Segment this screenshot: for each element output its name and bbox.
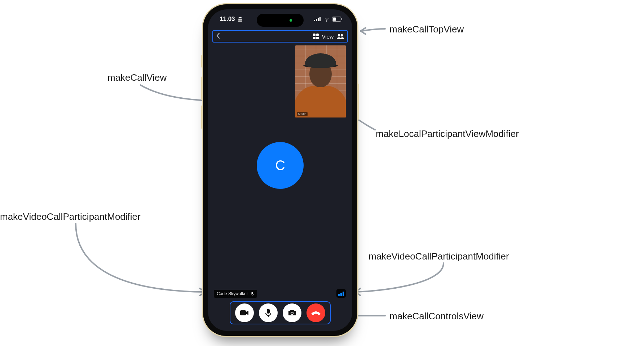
svg-rect-5 [333, 18, 336, 21]
svg-rect-8 [316, 34, 319, 36]
svg-rect-14 [252, 295, 252, 296]
phone-side-button [201, 105, 203, 129]
participant-name: Cade Skywalker [217, 291, 248, 296]
status-time: 11.03 [220, 15, 235, 23]
back-chevron-icon[interactable] [216, 32, 220, 41]
label-makeVideoCallParticipantModifier-left: makeVideoCallParticipantModifier [0, 211, 141, 222]
svg-rect-3 [319, 17, 321, 21]
phone-frame: 11.03 View [203, 4, 357, 336]
toggle-mic-button[interactable] [259, 303, 278, 322]
svg-rect-9 [313, 37, 316, 39]
svg-rect-17 [268, 315, 269, 317]
remote-participant-avatar: C [257, 142, 304, 189]
avatar-initial: C [275, 158, 285, 173]
mic-icon [250, 292, 254, 296]
connection-quality-indicator [336, 289, 346, 298]
call-top-view: View [212, 30, 348, 43]
camera-indicator-icon [290, 19, 292, 22]
svg-rect-7 [313, 34, 316, 36]
flip-camera-button[interactable] [283, 303, 301, 322]
svg-rect-13 [251, 292, 253, 294]
label-makeCallTopView: makeCallTopView [389, 24, 464, 35]
svg-rect-6 [341, 18, 342, 20]
toggle-video-button[interactable] [235, 303, 254, 322]
phone-side-button [201, 55, 203, 68]
dynamic-island [257, 14, 304, 27]
svg-rect-2 [318, 18, 319, 21]
local-name-tag: Martin [297, 112, 308, 116]
cellular-icon [314, 17, 321, 21]
phone-side-button [357, 84, 359, 120]
layout-grid-icon[interactable] [313, 33, 319, 40]
call-controls-view [230, 301, 331, 324]
phone-screen: 11.03 View [208, 9, 352, 331]
svg-rect-1 [316, 19, 317, 21]
svg-rect-16 [267, 309, 270, 314]
svg-rect-15 [240, 310, 246, 315]
location-institution-icon [237, 16, 243, 22]
participants-icon[interactable] [336, 34, 344, 39]
svg-rect-10 [316, 37, 319, 39]
hangup-button[interactable] [306, 303, 325, 322]
phone-side-button [201, 76, 203, 100]
svg-point-12 [341, 34, 343, 36]
svg-point-19 [291, 312, 293, 314]
local-participant-view[interactable]: Martin [295, 45, 346, 117]
svg-rect-0 [314, 20, 315, 21]
view-label[interactable]: View [322, 34, 334, 40]
label-makeLocalParticipantViewModifier: makeLocalParticipantViewModifier [376, 128, 519, 139]
label-makeVideoCallParticipantModifier-right: makeVideoCallParticipantModifier [369, 251, 509, 262]
label-makeCallControlsView: makeCallControlsView [389, 311, 484, 322]
label-makeCallView: makeCallView [107, 72, 167, 83]
participant-name-chip: Cade Skywalker [214, 290, 257, 298]
battery-icon [332, 17, 342, 22]
wifi-icon [323, 17, 330, 22]
svg-point-11 [338, 34, 340, 36]
